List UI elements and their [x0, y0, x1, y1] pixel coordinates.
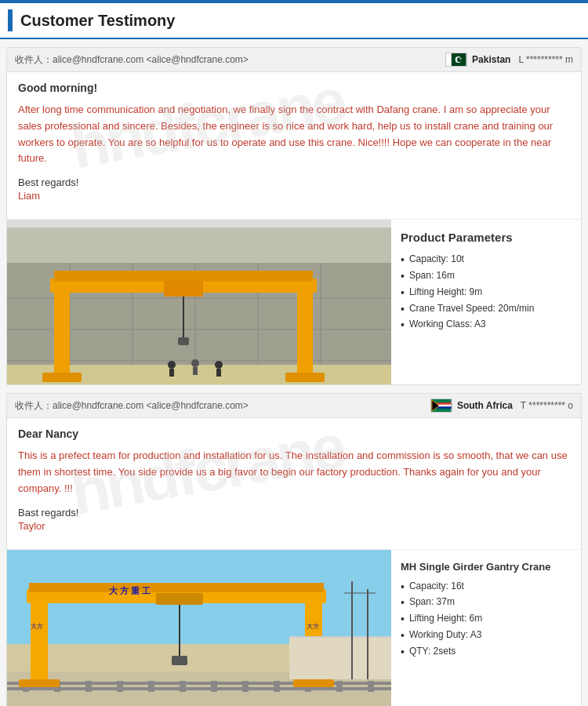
svg-rect-17 [54, 282, 70, 377]
svg-rect-18 [42, 373, 82, 382]
params-title-2: MH Single Girder Gantry Crane [401, 561, 572, 573]
svg-rect-47 [7, 687, 391, 690]
svg-rect-54 [211, 681, 217, 692]
param-item: Lifting Height: 6m [401, 611, 572, 628]
page-header: Customer Testimony [0, 0, 588, 39]
header-accent-bar [8, 9, 13, 31]
svg-rect-32 [7, 220, 391, 227]
svg-rect-20 [285, 373, 325, 382]
svg-rect-61 [19, 679, 60, 687]
svg-rect-0 [447, 53, 452, 66]
svg-text:大 方 重 工: 大 方 重 工 [108, 586, 151, 595]
crane-image-2: 大 方 重 工 大方 大方 [7, 550, 391, 706]
svg-rect-31 [216, 369, 221, 377]
param-item: QTY: 2sets [401, 644, 572, 661]
svg-rect-51 [117, 681, 123, 692]
svg-rect-27 [169, 369, 174, 377]
param-item: Lifting Height: 9m [401, 285, 572, 301]
country-name-1: Pakistan [472, 54, 510, 65]
email-from-1: 收件人：alice@hndfcrane.com <alice@hndfcrane… [15, 53, 445, 67]
greeting-1: Good morning! [18, 82, 570, 94]
svg-rect-23 [164, 281, 203, 297]
svg-text:大方: 大方 [31, 623, 43, 630]
svg-rect-42 [438, 407, 451, 409]
country-name-2: South Africa [457, 400, 513, 411]
signer-2: Taylor [18, 520, 570, 532]
svg-rect-50 [85, 681, 92, 692]
param-item: Span: 16m [401, 268, 572, 285]
crane-image-1 [7, 220, 391, 384]
product-section-1: Product Parameters Capacity: 10t Span: 1… [7, 219, 581, 384]
svg-rect-29 [193, 367, 198, 375]
flag-country-1: Pakistan [445, 53, 510, 67]
param-list-2: Capacity: 16t Span: 37m Lifting Height: … [401, 579, 572, 661]
testimony-text-2: This is a prefect team for production an… [18, 448, 570, 497]
svg-rect-53 [180, 681, 186, 692]
svg-rect-52 [148, 681, 154, 692]
svg-point-30 [215, 361, 223, 369]
flag-southafrica [430, 398, 452, 413]
product-params-1: Product Parameters Capacity: 10t Span: 1… [391, 220, 581, 384]
param-item: Working Duty: A3 [401, 628, 572, 644]
svg-rect-69 [172, 656, 187, 665]
param-item: Crane Travel Speed: 20m/min [401, 301, 572, 318]
testimony-text-1: After long time communication and negoti… [18, 102, 570, 167]
testimony-card-1: 收件人：alice@hndfcrane.com <alice@hndfcrane… [6, 47, 582, 385]
svg-rect-41 [438, 403, 451, 405]
svg-rect-40 [438, 404, 451, 407]
svg-point-26 [168, 361, 176, 369]
email-bar-2: 收件人：alice@hndfcrane.com <alice@hndfcrane… [7, 394, 581, 418]
flag-country-2: South Africa [430, 398, 513, 413]
signoff-2: Bast regards! [18, 507, 570, 519]
product-params-2: MH Single Girder Gantry Crane Capacity: … [391, 550, 581, 706]
param-list-1: Capacity: 10t Span: 16m Lifting Height: … [401, 252, 572, 333]
svg-point-3 [457, 57, 462, 62]
svg-rect-59 [368, 681, 374, 692]
svg-rect-25 [178, 337, 189, 345]
email-bar-1: 收件人：alice@hndfcrane.com <alice@hndfcrane… [7, 48, 581, 72]
product-section-2: 大 方 重 工 大方 大方 MH Single Girder Gant [7, 549, 581, 706]
testimony-card-2: 收件人：alice@hndfcrane.com <alice@hndfcrane… [6, 393, 582, 706]
message-body-1: hndfcrane Good morning! After long time … [7, 72, 581, 219]
greeting-2: Dear Nancy [18, 428, 570, 440]
param-item: Capacity: 16t [401, 579, 572, 595]
param-item: Capacity: 10t [401, 252, 572, 268]
svg-rect-65 [29, 583, 324, 592]
svg-rect-56 [274, 681, 280, 692]
svg-rect-73 [289, 636, 391, 638]
page-title: Customer Testimony [20, 12, 175, 30]
message-body-2: hndfcrane Dear Nancy This is a prefect t… [7, 418, 581, 548]
svg-rect-22 [54, 271, 313, 282]
param-item: Working Class: A3 [401, 317, 572, 333]
param-item: Span: 37m [401, 595, 572, 611]
flag-pakistan [445, 53, 467, 67]
signer-1: Liam [18, 190, 570, 202]
svg-rect-67 [156, 593, 203, 605]
svg-point-28 [191, 359, 199, 367]
email-id-2: T ********** o [521, 400, 573, 411]
signoff-1: Best regards! [18, 176, 570, 188]
svg-rect-19 [297, 282, 313, 377]
svg-rect-55 [242, 681, 249, 692]
svg-text:大方: 大方 [307, 623, 319, 630]
params-title-1: Product Parameters [401, 231, 572, 244]
email-id-1: L ********** m [518, 54, 573, 65]
svg-rect-63 [293, 679, 334, 687]
svg-rect-60 [31, 597, 48, 683]
svg-rect-58 [336, 681, 343, 692]
svg-rect-72 [289, 636, 391, 679]
email-from-2: 收件人：alice@hndfcrane.com <alice@hndfcrane… [15, 399, 430, 413]
